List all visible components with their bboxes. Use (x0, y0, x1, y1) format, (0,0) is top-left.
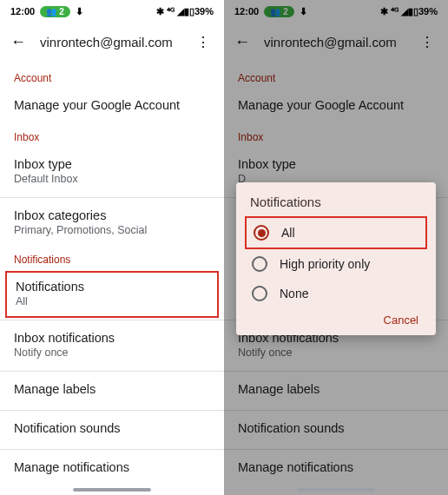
status-time: 12:00 (10, 6, 35, 16)
screen-right: 12:00 👥 2 ⬇ ✱ ⁴ᴳ ◢▮▯39% ← vinrontech@gma… (224, 0, 448, 495)
radio-icon (254, 225, 269, 241)
radio-icon (252, 256, 267, 272)
radio-option-none[interactable]: None (245, 279, 427, 308)
more-icon[interactable]: ⋮ (189, 30, 217, 54)
header-title: vinrontech@gmail.com (40, 35, 179, 50)
notifications-item-highlighted[interactable]: Notifications All (5, 271, 219, 318)
radio-option-all[interactable]: All (245, 216, 427, 249)
cancel-button[interactable]: Cancel (384, 314, 418, 327)
divider (0, 371, 224, 372)
download-icon: ⬇ (76, 6, 83, 17)
divider (0, 320, 224, 320)
divider (0, 197, 224, 198)
radio-icon (252, 286, 267, 301)
dialog-title: Notifications (245, 195, 427, 216)
screen-left: 12:00 👥 2 ⬇ ✱ ⁴ᴳ ◢▮▯39% ← vinrontech@gma… (0, 0, 224, 495)
radio-label: All (281, 226, 295, 240)
section-notifications: Notifications (0, 247, 224, 271)
inbox-categories-item[interactable]: Inbox categories Primary, Promotions, So… (0, 200, 224, 247)
radio-label: None (280, 287, 308, 300)
gesture-bar[interactable] (73, 488, 151, 492)
notifications-dialog: Notifications All High priority only Non… (236, 182, 436, 335)
settings-content: Account Manage your Google Account Inbox… (0, 65, 224, 486)
status-right: ✱ ⁴ᴳ ◢▮▯39% (156, 6, 214, 17)
inbox-notifications-item[interactable]: Inbox notifications Notify once (0, 322, 224, 369)
divider (0, 449, 224, 450)
inbox-type-item[interactable]: Inbox type Default Inbox (0, 148, 224, 195)
app-header: ← vinrontech@gmail.com ⋮ (0, 21, 224, 65)
manage-account-item[interactable]: Manage your Google Account (0, 89, 224, 124)
notification-sounds-item[interactable]: Notification sounds (0, 412, 224, 447)
section-inbox: Inbox (0, 124, 224, 148)
radio-label: High priority only (280, 257, 370, 271)
manage-notifications-item[interactable]: Manage notifications (0, 452, 224, 486)
back-icon[interactable]: ← (7, 30, 30, 55)
gesture-bar[interactable] (297, 488, 375, 492)
radio-option-high[interactable]: High priority only (245, 249, 427, 279)
section-account: Account (0, 65, 224, 89)
manage-labels-item[interactable]: Manage labels (0, 373, 224, 408)
divider (0, 410, 224, 411)
status-pill: 👥 2 (40, 6, 70, 17)
status-bar: 12:00 👥 2 ⬇ ✱ ⁴ᴳ ◢▮▯39% (0, 0, 224, 21)
